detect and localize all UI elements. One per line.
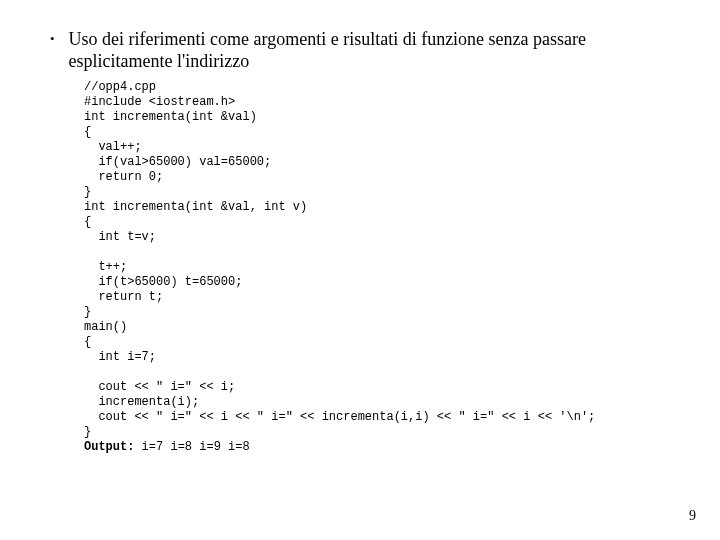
bullet-item: • Uso dei riferimenti come argomenti e r… [50,28,680,72]
bullet-marker: • [50,28,55,50]
output-text: i=7 i=8 i=9 i=8 [134,440,249,454]
bullet-text: Uso dei riferimenti come argomenti e ris… [69,28,680,72]
page-number: 9 [689,508,696,524]
code-block: //opp4.cpp #include <iostream.h> int inc… [84,80,680,440]
output-label: Output: [84,440,134,454]
output-line: Output: i=7 i=8 i=9 i=8 [84,440,680,454]
